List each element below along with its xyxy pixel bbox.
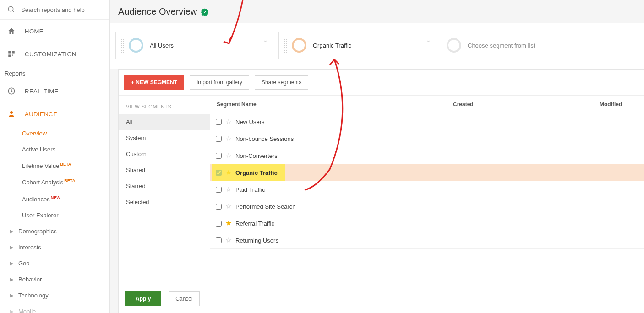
reports-label: Reports [0, 65, 109, 80]
caret-right-icon: ▶ [10, 309, 14, 313]
view-segments-col: VIEW SEGMENTS All System Custom Shared S… [119, 96, 210, 285]
panel-toolbar: + NEW SEGMENT Import from gallery Share … [119, 70, 644, 96]
th-modified[interactable]: Modified [593, 96, 644, 113]
view-item-shared[interactable]: Shared [119, 162, 210, 178]
segment-chip-label: All Users [150, 42, 174, 49]
chevron-down-icon: ⌄ [426, 37, 431, 43]
drag-handle-icon [284, 37, 287, 54]
segment-checkbox[interactable] [216, 221, 222, 227]
new-badge: NEW [51, 195, 60, 200]
subnav-audiences[interactable]: AudiencesNEW [22, 191, 109, 207]
subnav-lifetime-value[interactable]: Lifetime ValueBETA [22, 157, 109, 174]
segment-circle-icon [129, 38, 143, 53]
nav-realtime-label: REAL-TIME [25, 88, 59, 95]
nav-realtime[interactable]: REAL-TIME [0, 80, 109, 103]
view-item-system[interactable]: System [119, 130, 210, 146]
search-input[interactable]: Search reports and help [0, 0, 109, 20]
star-icon[interactable]: ☆ [225, 186, 232, 193]
subnav-interests[interactable]: ▶Interests [0, 239, 109, 255]
svg-rect-2 [8, 51, 11, 53]
view-item-selected[interactable]: Selected [119, 194, 210, 210]
subnav-cohort[interactable]: Cohort AnalysisBETA [22, 174, 109, 190]
segment-name-label: New Users [235, 119, 265, 125]
table-row[interactable]: ☆Non-bounce Sessions [210, 130, 644, 147]
caret-right-icon: ▶ [10, 293, 14, 298]
svg-line-1 [12, 11, 14, 12]
audience-subnav: Overview Active Users Lifetime ValueBETA… [0, 125, 109, 223]
star-icon[interactable]: ★ [225, 220, 232, 227]
segment-checkbox[interactable] [216, 119, 222, 125]
subnav-mobile[interactable]: ▶Mobile [0, 303, 109, 313]
table-row[interactable]: ☆Paid Traffic [210, 181, 644, 198]
segments-table: Segment Name Created Modified ☆New Users… [210, 96, 644, 285]
star-icon[interactable]: ☆ [225, 237, 232, 244]
nav-customization[interactable]: CUSTOMIZATION [0, 43, 109, 65]
search-icon [7, 5, 16, 14]
import-gallery-button[interactable]: Import from gallery [190, 75, 249, 90]
drag-handle-icon [120, 37, 124, 54]
subnav-behavior[interactable]: ▶Behavior [0, 271, 109, 287]
table-header: Segment Name Created Modified [210, 96, 644, 113]
clock-icon [7, 87, 16, 95]
star-icon[interactable]: ☆ [225, 135, 232, 142]
star-icon[interactable]: ☆ [225, 152, 232, 159]
view-item-custom[interactable]: Custom [119, 146, 210, 162]
cancel-button[interactable]: Cancel [169, 291, 199, 306]
segment-chip-organic[interactable]: Organic Traffic ⌄ [278, 32, 436, 59]
subnav-overview[interactable]: Overview [22, 125, 109, 141]
segment-checkbox[interactable] [216, 237, 222, 243]
sidebar: Search reports and help HOME CUSTOMIZATI… [0, 0, 110, 313]
svg-rect-5 [12, 55, 13, 56]
view-item-all[interactable]: All [119, 114, 210, 130]
table-row[interactable]: ☆Non-Converters [210, 147, 644, 164]
page-title: Audience Overview [110, 0, 644, 23]
segment-name-label: Non-Converters [235, 152, 278, 159]
segment-checkbox[interactable] [216, 153, 222, 159]
table-row[interactable]: ★Organic Traffic [210, 164, 644, 181]
segment-circle-icon [447, 38, 461, 53]
subnav-user-explorer[interactable]: User Explorer [22, 207, 109, 223]
person-icon [7, 110, 16, 118]
svg-point-0 [8, 6, 13, 11]
search-placeholder: Search reports and help [21, 6, 85, 13]
segment-checkbox[interactable] [216, 204, 222, 210]
table-row[interactable]: ★Referral Traffic [210, 215, 644, 232]
segment-chip-all-users[interactable]: All Users ⌄ [115, 32, 273, 59]
svg-rect-4 [8, 55, 11, 57]
segment-chips: All Users ⌄ Organic Traffic ⌄ Choose seg… [110, 23, 644, 69]
chevron-down-icon: ⌄ [263, 37, 268, 43]
table-row[interactable]: ☆Performed Site Search [210, 198, 644, 215]
segment-checkbox[interactable] [216, 136, 222, 142]
caret-right-icon: ▶ [10, 277, 14, 282]
nav-home[interactable]: HOME [0, 20, 109, 43]
segment-name-label: Referral Traffic [235, 220, 274, 227]
apply-button[interactable]: Apply [125, 291, 161, 306]
caret-right-icon: ▶ [10, 261, 14, 266]
view-item-starred[interactable]: Starred [119, 178, 210, 194]
table-row[interactable]: ☆New Users [210, 113, 644, 130]
new-segment-button[interactable]: + NEW SEGMENT [124, 75, 184, 90]
nav-audience[interactable]: AUDIENCE [0, 103, 109, 125]
nav-home-label: HOME [25, 28, 44, 35]
svg-rect-3 [12, 51, 15, 53]
panel-footer: Apply Cancel [119, 285, 644, 313]
share-segments-button[interactable]: Share segments [255, 75, 308, 90]
home-icon [7, 27, 16, 35]
star-icon[interactable]: ☆ [225, 203, 232, 210]
beta-badge: BETA [60, 162, 71, 167]
th-segment-name[interactable]: Segment Name [210, 96, 447, 113]
segment-circle-icon [292, 38, 306, 53]
segment-checkbox[interactable] [216, 187, 222, 193]
star-icon[interactable]: ☆ [225, 118, 232, 125]
segment-chip-choose[interactable]: Choose segment from list [442, 32, 599, 59]
th-created[interactable]: Created [447, 96, 593, 113]
subnav-active-users[interactable]: Active Users [22, 141, 109, 157]
subnav-technology[interactable]: ▶Technology [0, 287, 109, 303]
svg-point-7 [10, 111, 13, 114]
verified-icon [201, 8, 209, 16]
subnav-demographics[interactable]: ▶Demographics [0, 223, 109, 239]
nav-customization-label: CUSTOMIZATION [25, 51, 76, 58]
subnav-geo[interactable]: ▶Geo [0, 255, 109, 271]
view-segments-title: VIEW SEGMENTS [119, 96, 210, 114]
table-row[interactable]: ☆Returning Users [210, 232, 644, 249]
